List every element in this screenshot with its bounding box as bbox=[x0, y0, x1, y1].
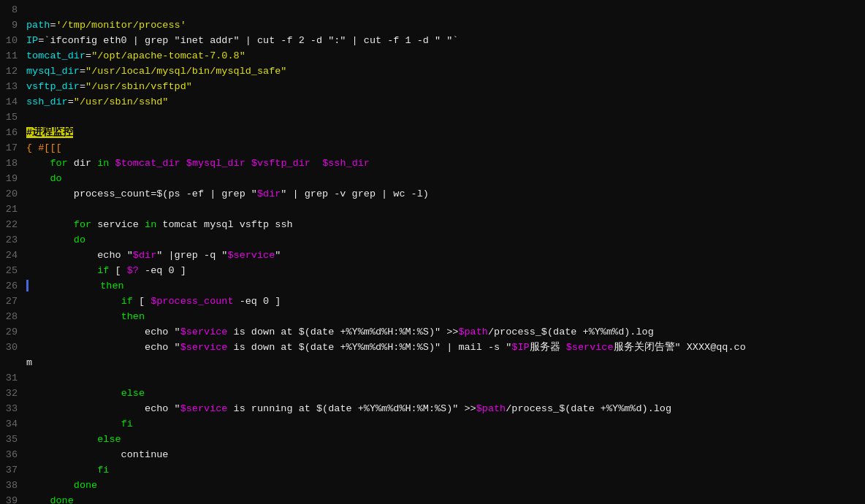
code-line: 36 continue bbox=[0, 448, 865, 463]
line-number: 30 bbox=[0, 340, 26, 356]
code-line: 31 bbox=[0, 371, 865, 386]
token: #进程监控 bbox=[26, 127, 73, 138]
code-line: 39 done bbox=[0, 494, 865, 504]
code-line: 34 fi bbox=[0, 417, 865, 432]
code-line: 20 process_count=$(ps -ef | grep "$dir" … bbox=[0, 187, 865, 202]
code-line: 8 bbox=[0, 3, 865, 18]
line-number: 31 bbox=[0, 371, 26, 386]
token: then bbox=[121, 311, 145, 322]
code-line: 26 then bbox=[0, 279, 865, 294]
line-content: echo "$service is down at $(date +%Y%m%d… bbox=[26, 340, 865, 356]
code-line: 15 bbox=[0, 110, 865, 126]
line-content: { #[[[ bbox=[26, 141, 865, 156]
code-line: 37 fi bbox=[0, 463, 865, 478]
token bbox=[26, 495, 50, 504]
token: in bbox=[145, 219, 156, 230]
code-line: 28 then bbox=[0, 310, 865, 325]
token: /process_$(date +%Y%m%d).log bbox=[488, 327, 654, 337]
line-content: done bbox=[26, 494, 865, 504]
token: $process_count bbox=[150, 296, 233, 307]
token bbox=[26, 465, 97, 476]
line-content: else bbox=[26, 386, 865, 402]
token: echo " bbox=[26, 342, 180, 353]
line-number: 34 bbox=[0, 417, 26, 432]
token bbox=[26, 173, 50, 184]
token: =`ifconfig eth0 | grep "inet addr" | cut… bbox=[38, 35, 458, 46]
line-content: echo "$service is down at $(date +%Y%m%d… bbox=[26, 325, 865, 340]
line-number: 36 bbox=[0, 448, 26, 463]
line-number: 22 bbox=[0, 218, 26, 233]
token: " |grep -q " bbox=[156, 250, 227, 261]
token: m bbox=[26, 357, 32, 368]
token: dir bbox=[68, 158, 98, 169]
token: -eq 0 ] bbox=[234, 296, 281, 307]
line-content: tomcat_dir="/opt/apache-tomcat-7.0.8" bbox=[26, 49, 865, 64]
line-content: for dir in $tomcat_dir $mysql_dir $vsftp… bbox=[26, 156, 865, 172]
token: else bbox=[97, 434, 121, 445]
line-number: 23 bbox=[0, 233, 26, 248]
line-content: process_count=$(ps -ef | grep "$dir" | g… bbox=[26, 187, 865, 202]
code-line: 16#进程监控 bbox=[0, 126, 865, 141]
code-line: 30 echo "$service is down at $(date +%Y%… bbox=[0, 340, 865, 356]
token bbox=[26, 311, 121, 322]
token: "/opt/apache-tomcat-7.0.8" bbox=[91, 50, 245, 61]
line-number: 19 bbox=[0, 172, 26, 187]
token: fi bbox=[97, 465, 109, 476]
token: $service bbox=[180, 342, 228, 353]
token: $tomcat_dir bbox=[115, 158, 180, 169]
token: " bbox=[275, 250, 281, 261]
token: "/usr/local/mysql/bin/mysqld_safe" bbox=[85, 66, 286, 77]
line-content: done bbox=[26, 478, 865, 494]
token: continue bbox=[26, 449, 168, 460]
line-number: 17 bbox=[0, 141, 26, 156]
line-number: 16 bbox=[0, 126, 26, 141]
line-number: 28 bbox=[0, 310, 26, 325]
token: $IP bbox=[511, 342, 529, 353]
token: done bbox=[74, 480, 97, 491]
line-number: 15 bbox=[0, 110, 26, 126]
line-number: 14 bbox=[0, 95, 26, 110]
line-content: for service in tomcat mysql vsftp ssh bbox=[26, 218, 865, 233]
token: $dir bbox=[257, 188, 281, 199]
token: { #[[[ bbox=[26, 142, 62, 153]
line-number: 33 bbox=[0, 402, 26, 417]
line-number: 26 bbox=[0, 279, 26, 294]
line-number: 9 bbox=[0, 18, 26, 34]
token: $vsftp_dir bbox=[251, 158, 310, 169]
code-line: 23 do bbox=[0, 233, 865, 248]
token: echo " bbox=[26, 327, 180, 337]
line-content: #进程监控 bbox=[26, 126, 865, 141]
code-line: 32 else bbox=[0, 386, 865, 402]
code-line: 27 if [ $process_count -eq 0 ] bbox=[0, 294, 865, 310]
code-editor: 89path='/tmp/monitor/process'10IP=`ifcon… bbox=[0, 0, 865, 504]
token bbox=[26, 388, 121, 399]
token bbox=[26, 219, 74, 230]
token: $service bbox=[180, 403, 228, 414]
token: else bbox=[121, 388, 145, 399]
token: do bbox=[50, 173, 61, 184]
line-content: vsftp_dir="/usr/sbin/vsftpd" bbox=[26, 80, 865, 95]
line-content: do bbox=[26, 172, 865, 187]
token bbox=[26, 480, 74, 491]
line-content: do bbox=[26, 233, 865, 248]
token bbox=[26, 419, 121, 429]
token: fi bbox=[121, 419, 133, 429]
token: $path bbox=[458, 327, 488, 337]
token: = bbox=[68, 96, 74, 107]
token: IP bbox=[26, 35, 38, 46]
line-number: 21 bbox=[0, 202, 26, 218]
line-number: 11 bbox=[0, 49, 26, 64]
token: 服务器 bbox=[530, 342, 566, 353]
token: = bbox=[80, 81, 85, 92]
line-content: if [ $? -eq 0 ] bbox=[26, 264, 865, 279]
code-line: 38 done bbox=[0, 478, 865, 494]
token: echo " bbox=[26, 250, 133, 261]
token: if bbox=[121, 296, 133, 307]
line-content: fi bbox=[26, 417, 865, 432]
line-content: echo "$dir" |grep -q "$service" bbox=[26, 248, 865, 264]
token: process_count=$(ps -ef | grep " bbox=[26, 188, 257, 199]
code-line: 14ssh_dir="/usr/sbin/sshd" bbox=[0, 95, 865, 110]
token: $service bbox=[566, 342, 614, 353]
code-line: m bbox=[0, 356, 865, 371]
token: "/usr/sbin/sshd" bbox=[74, 96, 169, 107]
